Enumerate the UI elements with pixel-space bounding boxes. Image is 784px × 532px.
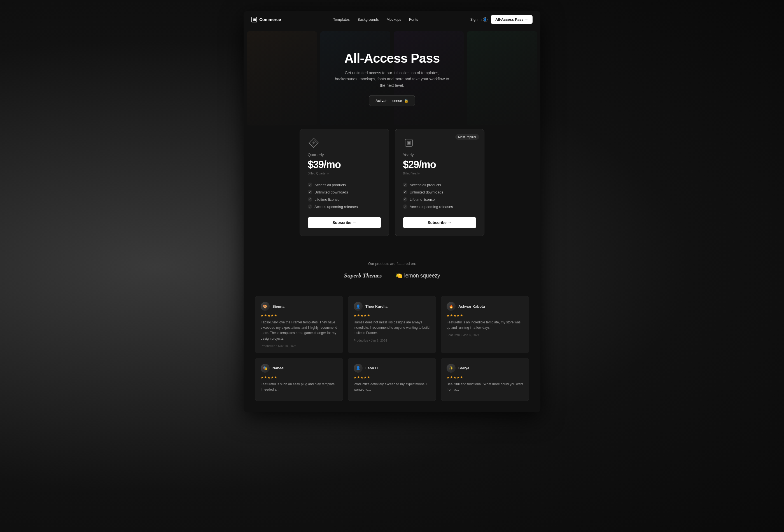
sign-in-label: Sign In: [470, 17, 481, 22]
check-icon: ✓: [308, 183, 312, 187]
reviewer-header: ✨ Sariya: [447, 364, 523, 373]
review-text-sienna: I absolutely love the Framer templates! …: [261, 320, 337, 341]
pricing-cards: Quarterly $39/mo Billed Quarterly ✓Acces…: [260, 129, 524, 236]
pricing-card-yearly: Most Popular Yearly $29/mo Billed Yearly…: [395, 129, 484, 236]
svg-point-5: [408, 142, 410, 144]
review-meta-sienna: Productize • Nov 18, 2023: [261, 344, 337, 347]
svg-marker-2: [312, 141, 315, 144]
nav-link-templates[interactable]: Templates: [333, 17, 350, 22]
reviewer-avatar-ashwar: 🔥: [447, 302, 455, 311]
reviews-grid-row2: 🎭 Nabeel ★★★★★ Featureful is such an eas…: [255, 358, 529, 401]
nav-link-mockups[interactable]: Mockups: [387, 17, 401, 22]
logo-icon: ▣: [251, 17, 257, 22]
reviews-grid-row1: 🎨 Sienna ★★★★★ I absolutely love the Fra…: [255, 296, 529, 353]
superb-themes-logo: Superb Themes: [344, 272, 382, 279]
stars-nabeel: ★★★★★: [261, 375, 337, 380]
quarterly-billing: Billed Quarterly: [308, 172, 381, 175]
all-access-nav-label: All-Access Pass →: [495, 17, 528, 22]
lemon-squeezy-text: lemon squeezy: [404, 273, 440, 279]
hero-subtitle: Get unlimited access to our full collect…: [333, 70, 451, 88]
hero-section: All-Access Pass Get unlimited access to …: [244, 28, 540, 129]
review-text-sariya: Beautiful and functional. What more coul…: [447, 382, 523, 392]
reviewer-avatar-theo: 👤: [354, 302, 363, 311]
quarterly-plan-name: Quarterly: [308, 152, 381, 157]
reviewer-avatar-sariya: ✨: [447, 364, 455, 373]
review-card-ashwar: 🔥 Ashwar Kabota ★★★★★ Featureful is an i…: [441, 296, 529, 353]
nav-logo[interactable]: ▣ Commerce: [251, 17, 281, 22]
yearly-feature-2: ✓Unlimited downloads: [403, 189, 476, 196]
featured-logos: Superb Themes 🍋 lemon squeezy: [249, 272, 535, 279]
yearly-features: ✓Access all products ✓Unlimited download…: [403, 181, 476, 210]
reviewer-header: 👤 Theo Kurelia: [354, 302, 430, 311]
navbar: ▣ Commerce Templates Backgrounds Mockups…: [244, 11, 540, 28]
yearly-feature-1: ✓Access all products: [403, 181, 476, 189]
review-text-leon: Productize definitely exceeded my expect…: [354, 382, 430, 392]
review-card-theo: 👤 Theo Kurelia ★★★★★ Hamza does not miss…: [348, 296, 436, 353]
quarterly-feature-4: ✓Access upcoming releases: [308, 203, 381, 210]
reviewer-avatar-nabeel: 🎭: [261, 364, 270, 373]
reviewer-name-sienna: Sienna: [273, 304, 284, 309]
reviewer-header: 🎭 Nabeel: [261, 364, 337, 373]
reviewer-name-theo: Theo Kurelia: [365, 304, 388, 309]
lemon-icon: 🍋: [396, 272, 403, 279]
quarterly-price: $39/mo: [308, 159, 381, 170]
check-icon: ✓: [308, 190, 312, 194]
quarterly-features: ✓Access all products ✓Unlimited download…: [308, 181, 381, 210]
logo-text: Commerce: [259, 17, 281, 22]
yearly-icon: [403, 137, 415, 149]
review-text-nabeel: Featureful is such an easy plug and play…: [261, 382, 337, 392]
nav-link-fonts[interactable]: Fonts: [409, 17, 418, 22]
reviewer-avatar-leon: 👤: [354, 364, 363, 373]
yearly-subscribe-button[interactable]: Subscribe →: [403, 217, 476, 228]
reviewer-name-ashwar: Ashwar Kabota: [458, 304, 485, 309]
reviewer-header: 👤 Leon H.: [354, 364, 430, 373]
check-icon: ✓: [403, 190, 408, 194]
nav-link-backgrounds[interactable]: Backgrounds: [358, 17, 379, 22]
nav-actions: Sign In 👤 All-Access Pass →: [470, 15, 533, 24]
yearly-billing: Billed Yearly: [403, 172, 476, 175]
reviewer-name-leon: Leon H.: [365, 366, 379, 370]
review-card-leon: 👤 Leon H. ★★★★★ Productize definitely ex…: [348, 358, 436, 401]
stars-sariya: ★★★★★: [447, 375, 523, 380]
pricing-section: Quarterly $39/mo Billed Quarterly ✓Acces…: [244, 129, 540, 248]
hero-content: All-Access Pass Get unlimited access to …: [328, 39, 456, 117]
sign-in-button[interactable]: Sign In 👤: [470, 17, 487, 22]
quarterly-icon: [308, 137, 319, 149]
check-icon: ✓: [308, 197, 312, 202]
activate-btn-label: Activate License: [375, 99, 402, 103]
reviewer-name-sariya: Sariya: [458, 366, 469, 370]
review-text-ashwar: Featureful is an incredible template, my…: [447, 320, 523, 330]
quarterly-feature-2: ✓Unlimited downloads: [308, 189, 381, 196]
yearly-price: $29/mo: [403, 159, 476, 170]
yearly-plan-name: Yearly: [403, 152, 476, 157]
stars-theo: ★★★★★: [354, 314, 430, 317]
lock-icon: 🔒: [404, 99, 409, 103]
stars-leon: ★★★★★: [354, 375, 430, 380]
check-icon: ✓: [403, 183, 408, 187]
check-icon: ✓: [403, 204, 408, 209]
check-icon: ✓: [403, 197, 408, 202]
review-text-theo: Hamza does not miss! His designs are alw…: [354, 320, 430, 336]
all-access-nav-button[interactable]: All-Access Pass →: [491, 15, 533, 24]
nav-links: Templates Backgrounds Mockups Fonts: [333, 17, 418, 22]
quarterly-feature-1: ✓Access all products: [308, 181, 381, 189]
review-card-sienna: 🎨 Sienna ★★★★★ I absolutely love the Fra…: [255, 296, 343, 353]
reviewer-header: 🔥 Ashwar Kabota: [447, 302, 523, 311]
pricing-card-quarterly: Quarterly $39/mo Billed Quarterly ✓Acces…: [300, 129, 389, 236]
review-card-nabeel: 🎭 Nabeel ★★★★★ Featureful is such an eas…: [255, 358, 343, 401]
yearly-feature-3: ✓Lifetime license: [403, 196, 476, 203]
quarterly-subscribe-button[interactable]: Subscribe →: [308, 217, 381, 228]
reviewer-name-nabeel: Nabeel: [273, 366, 284, 370]
hero-title: All-Access Pass: [333, 51, 451, 66]
quarterly-feature-3: ✓Lifetime license: [308, 196, 381, 203]
stars-ashwar: ★★★★★: [447, 314, 523, 317]
reviewer-avatar-sienna: 🎨: [261, 302, 270, 311]
activate-license-button[interactable]: Activate License 🔒: [369, 95, 415, 106]
review-card-sariya: ✨ Sariya ★★★★★ Beautiful and functional.…: [441, 358, 529, 401]
featured-section: Our products are featured on: Superb The…: [244, 248, 540, 285]
check-icon: ✓: [308, 204, 312, 209]
stars-sienna: ★★★★★: [261, 314, 337, 317]
lemon-squeezy-logo: 🍋 lemon squeezy: [396, 272, 440, 279]
user-icon: 👤: [483, 17, 487, 22]
popular-badge: Most Popular: [455, 134, 479, 140]
